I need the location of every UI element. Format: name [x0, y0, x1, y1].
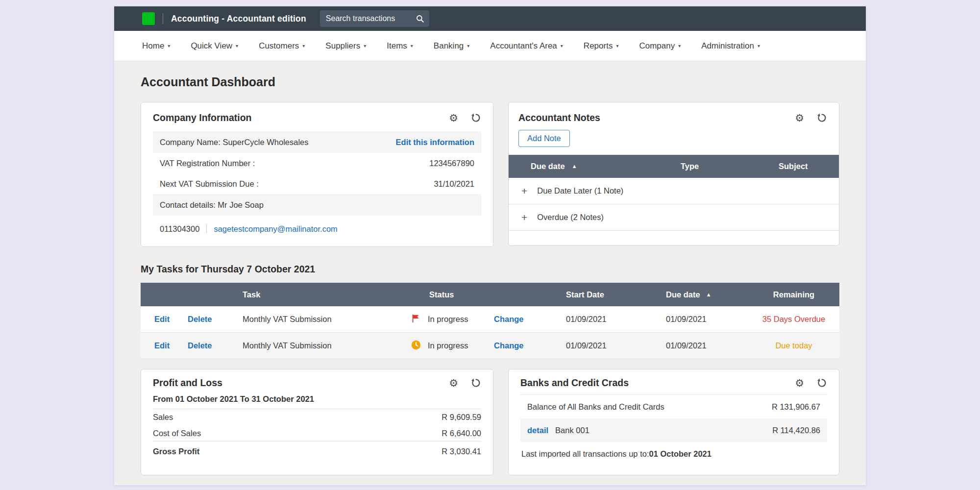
- delete-task-link[interactable]: Delete: [188, 315, 243, 324]
- bank-account-row: detail Bank 001 R 114,420.86: [520, 418, 827, 442]
- col-label: Due date: [666, 290, 700, 299]
- tasks-col-due-date[interactable]: Due date ▲: [666, 290, 748, 299]
- pl-row-sales: Sales R 9,609.59: [153, 409, 481, 425]
- tasks-table: Task Status Start Date Due date ▲ Remain…: [141, 283, 839, 359]
- accountant-notes-title: Accountant Notes: [518, 112, 600, 123]
- chevron-down-icon: ▾: [758, 44, 760, 49]
- search-box[interactable]: [320, 10, 429, 27]
- nav-item-administration[interactable]: Administration ▾: [701, 41, 760, 51]
- chevron-down-icon: ▾: [168, 44, 170, 49]
- nav-item-label: Banking: [434, 41, 464, 51]
- notes-col-type: Type: [681, 162, 779, 171]
- change-status-link[interactable]: Change: [494, 315, 566, 324]
- app-window: Accounting - Accountant edition Home ▾ Q…: [114, 6, 866, 485]
- tasks-col-task: Task: [243, 290, 411, 299]
- sage-logo: [142, 12, 155, 25]
- vat-number-label: VAT Registration Number :: [160, 159, 255, 168]
- accountant-notes-card: Accountant Notes ⚙ Add Note: [508, 102, 839, 246]
- task-name: Monthly VAT Submission: [243, 341, 411, 350]
- pl-value: R 6,640.00: [441, 429, 481, 438]
- profit-loss-period: From 01 October 2021 To 31 October 2021: [153, 389, 481, 409]
- task-due-date: 01/09/2021: [666, 315, 748, 324]
- refresh-icon[interactable]: [471, 378, 481, 388]
- phone-email-row: 011304300 sagetestcompany@mailinator.com: [153, 218, 481, 240]
- nav-item-banking[interactable]: Banking ▾: [434, 41, 469, 51]
- company-name-row: Company Name: SuperCycle Wholesales Edit…: [153, 131, 481, 153]
- contact-details-row: Contact details: Mr Joe Soap: [153, 194, 481, 216]
- nav-item-label: Suppliers: [325, 41, 360, 51]
- page-title: Accountant Dashboard: [141, 75, 839, 89]
- search-input[interactable]: [326, 14, 416, 23]
- change-status-link[interactable]: Change: [494, 341, 566, 350]
- bank-detail-link[interactable]: detail: [527, 426, 548, 435]
- nav-item-customers[interactable]: Customers ▾: [259, 41, 305, 51]
- email-link[interactable]: sagetestcompany@mailinator.com: [214, 224, 337, 234]
- edit-task-link[interactable]: Edit: [154, 315, 188, 324]
- pl-row-cost-of-sales: Cost of Sales R 6,640.00: [153, 425, 481, 441]
- task-start-date: 01/09/2021: [566, 341, 666, 350]
- edit-info-link[interactable]: Edit this information: [396, 138, 474, 147]
- search-icon[interactable]: [416, 14, 424, 23]
- nav-item-accountants-area[interactable]: Accountant's Area ▾: [490, 41, 563, 51]
- flag-icon: [411, 313, 421, 326]
- topbar-divider: [163, 13, 163, 24]
- tasks-table-header: Task Status Start Date Due date ▲ Remain…: [141, 283, 839, 306]
- chevron-down-icon: ▾: [411, 44, 413, 49]
- banks-card: Banks and Credit Crads ⚙ Balance of All …: [508, 369, 839, 475]
- contact-details: Contact details: Mr Joe Soap: [160, 200, 264, 210]
- add-note-button[interactable]: Add Note: [518, 130, 570, 147]
- note-group-overdue[interactable]: + Overdue (2 Notes): [509, 204, 839, 231]
- topbar: Accounting - Accountant edition: [114, 6, 866, 31]
- last-import-date: 01 October 2021: [649, 449, 711, 459]
- chevron-down-icon: ▾: [678, 44, 681, 49]
- company-name: Company Name: SuperCycle Wholesales: [160, 138, 309, 147]
- bank-value: R 114,420.86: [772, 426, 820, 435]
- profit-loss-card: Profit and Loss ⚙ From 01 October 2021 T…: [141, 369, 493, 475]
- delete-task-link[interactable]: Delete: [188, 341, 243, 350]
- app-title: Accounting - Accountant edition: [171, 14, 306, 24]
- company-info-title: Company Information: [153, 112, 252, 123]
- chevron-down-icon: ▾: [302, 44, 305, 49]
- task-remaining: Due today: [748, 341, 839, 350]
- expand-icon[interactable]: +: [521, 212, 527, 222]
- notes-col-due-date[interactable]: Due date ▲: [531, 162, 681, 171]
- gear-icon[interactable]: ⚙: [449, 113, 458, 123]
- task-start-date: 01/09/2021: [566, 315, 666, 324]
- task-remaining: 35 Days Overdue: [748, 315, 839, 324]
- main-nav: Home ▾ Quick View ▾ Customers ▾ Supplier…: [114, 31, 866, 61]
- notes-col-subject: Subject: [779, 162, 839, 171]
- note-group-label: Overdue (2 Notes): [537, 213, 604, 222]
- tasks-heading: My Tasks for Thursday 7 October 2021: [141, 264, 839, 275]
- nav-item-reports[interactable]: Reports ▾: [584, 41, 619, 51]
- vat-number-row: VAT Registration Number : 1234567890: [153, 153, 481, 173]
- banks-balance-row: Balance of All Banks and Credit Cards R …: [520, 395, 827, 418]
- pl-row-gross-profit: Gross Profit R 3,030.41: [153, 441, 481, 461]
- nav-item-label: Reports: [584, 41, 613, 51]
- refresh-icon[interactable]: [817, 113, 827, 123]
- nav-item-quick-view[interactable]: Quick View ▾: [191, 41, 238, 51]
- tasks-col-remaining: Remaining: [748, 290, 839, 299]
- gear-icon[interactable]: ⚙: [795, 113, 804, 123]
- nav-item-items[interactable]: Items ▾: [387, 41, 413, 51]
- task-name: Monthly VAT Submission: [243, 315, 411, 324]
- gear-icon[interactable]: ⚙: [449, 378, 458, 388]
- refresh-icon[interactable]: [471, 113, 481, 123]
- sort-asc-icon: ▲: [706, 292, 711, 297]
- nav-item-home[interactable]: Home ▾: [142, 41, 170, 51]
- chevron-down-icon: ▾: [236, 44, 238, 49]
- phone-number: 011304300: [160, 224, 199, 234]
- dashboard-content: Accountant Dashboard Company Information…: [114, 61, 866, 485]
- gear-icon[interactable]: ⚙: [795, 378, 804, 388]
- nav-item-company[interactable]: Company ▾: [639, 41, 681, 51]
- note-group-due-later[interactable]: + Due Date Later (1 Note): [509, 178, 839, 204]
- pl-label: Cost of Sales: [153, 429, 201, 438]
- nav-item-label: Company: [639, 41, 675, 51]
- nav-item-label: Home: [142, 41, 164, 51]
- nav-item-suppliers[interactable]: Suppliers ▾: [325, 41, 366, 51]
- bank-name: Bank 001: [555, 426, 589, 435]
- refresh-icon[interactable]: [817, 378, 827, 388]
- clock-icon: [411, 340, 421, 352]
- edit-task-link[interactable]: Edit: [154, 341, 188, 350]
- col-label: Due date: [531, 162, 565, 171]
- expand-icon[interactable]: +: [521, 186, 527, 196]
